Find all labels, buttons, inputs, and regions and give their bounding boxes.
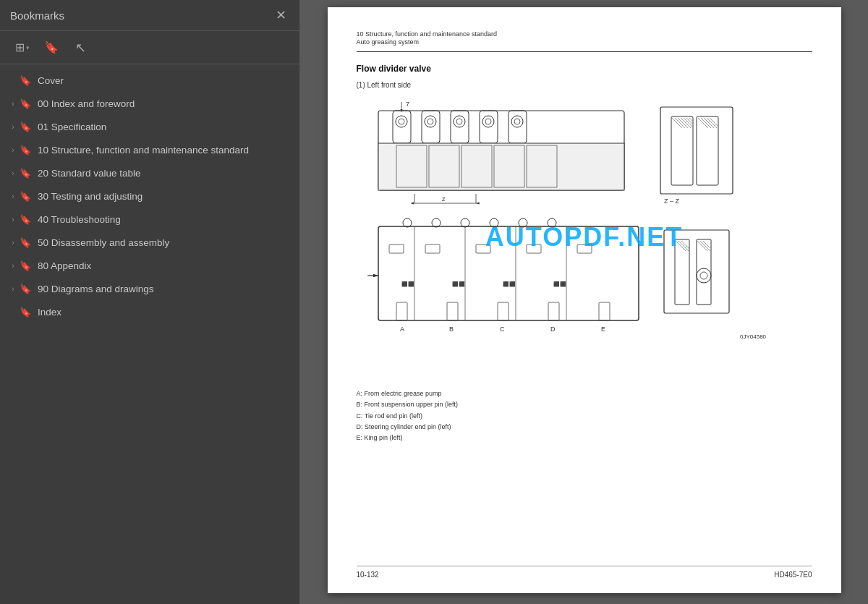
sub-title: (1) Left front side [357,81,812,89]
diagram-area: 7 z [357,96,812,378]
chevron-20: › [7,169,19,177]
chevron-30: › [7,192,19,200]
bookmark-item-20[interactable]: › 🔖 20 Standard value table [0,161,299,184]
svg-rect-59 [396,302,407,320]
diagram-label-7: 7 [406,101,409,108]
svg-line-36 [686,118,692,124]
svg-rect-30 [697,116,718,185]
label-d: D [550,326,556,333]
svg-rect-58 [577,244,592,253]
close-button[interactable]: ✕ [273,7,289,23]
svg-point-47 [490,218,498,227]
header-line1: 10 Structure, function and maintenance s… [357,30,812,38]
legend-line-a: A: From electric grease pump [357,388,812,399]
svg-line-32 [675,118,685,128]
svg-point-9 [427,119,433,124]
bookmark-label-80: 80 Appendix [38,260,91,271]
legend-line-c: C: Tie rod end pin (left) [357,411,812,422]
chevron-01: › [7,123,19,131]
sidebar-header: Bookmarks ✕ [0,0,299,31]
svg-rect-57 [527,244,541,253]
svg-line-38 [698,118,708,128]
bookmark-flag-icon-50: 🔖 [19,237,32,248]
svg-rect-54 [389,244,404,253]
svg-point-75 [700,272,707,279]
svg-rect-55 [425,244,440,253]
bookmark-item-01[interactable]: › 🔖 01 Specification [0,115,299,138]
svg-point-8 [425,116,436,127]
svg-line-37 [689,118,692,121]
svg-rect-56 [476,244,490,253]
svg-line-40 [704,118,714,128]
bookmark-label-40: 40 Troubleshooting [38,214,121,225]
chevron-50: › [7,239,19,247]
bookmark-item-10[interactable]: › 🔖 10 Structure, function and maintenan… [0,138,299,161]
bookmark-flag-icon-30: 🔖 [19,191,32,202]
svg-rect-62 [548,302,559,320]
bookmark-label-90: 90 Diagrams and drawings [38,284,154,294]
svg-line-73 [703,241,710,248]
bookmark-flag-icon-20: 🔖 [19,168,32,179]
bookmark-item-00[interactable]: › 🔖 00 Index and foreword [0,92,299,115]
bookmark-label-cover: Cover [38,75,64,86]
detail-anno4: ⬛⬛ [553,281,566,287]
diagram-code: 0JY04580 [740,333,767,340]
sidebar-toolbar: ⊞ ▾ 🔖 ↖ [0,31,299,64]
bookmark-label-20: 20 Standard value table [38,168,141,179]
bookmark-item-cover[interactable]: 🔖 Cover [0,69,299,92]
svg-line-72 [700,241,710,251]
technical-diagram-svg: 7 z [357,96,812,378]
label-c: C [500,326,505,333]
svg-rect-17 [378,143,624,190]
svg-point-45 [432,218,441,227]
bookmark-flag-icon-40: 🔖 [19,214,32,225]
svg-line-34 [681,118,691,128]
expand-all-button[interactable]: ⊞ ▾ [10,37,35,58]
bookmark-label-50: 50 Disassembly and assembly [38,237,169,248]
bookmark-label-00: 00 Index and foreword [38,98,135,109]
svg-point-49 [548,218,556,227]
svg-point-48 [519,218,527,227]
main-content: 10 Structure, function and maintenance s… [300,0,868,604]
chevron-90: › [7,285,19,293]
bookmark-item-90[interactable]: › 🔖 90 Diagrams and drawings [0,277,299,300]
page-number: 10-132 [357,571,379,579]
label-b: B [449,326,454,333]
bookmark-item-30[interactable]: › 🔖 30 Testing and adjusting [0,184,299,208]
svg-point-15 [514,119,520,124]
page-header: 10 Structure, function and maintenance s… [357,30,812,52]
bookmark-item-40[interactable]: › 🔖 40 Troubleshooting [0,208,299,231]
sidebar-title: Bookmarks [10,9,64,22]
svg-line-39 [701,118,711,128]
bookmark-icon: 🔖 [44,41,59,54]
bookmark-item-80[interactable]: › 🔖 80 Appendix [0,254,299,277]
svg-point-14 [511,116,523,127]
svg-point-10 [454,116,465,127]
svg-point-11 [456,119,462,124]
svg-rect-60 [447,302,458,320]
bookmark-view-button[interactable]: 🔖 [39,37,64,58]
bookmark-item-index[interactable]: 🔖 Index [0,300,299,323]
svg-line-31 [672,118,682,128]
svg-point-7 [399,119,404,124]
detail-anno2: ⬛⬛ [452,281,465,287]
svg-line-71 [697,241,707,251]
legend-line-e: E: King pin (left) [357,433,812,443]
svg-rect-61 [498,302,509,320]
svg-line-41 [707,118,717,128]
detail-anno3: ⬛⬛ [503,281,516,287]
bookmark-list: 🔖 Cover › 🔖 00 Index and foreword › 🔖 01… [0,64,299,604]
label-e: E [601,326,605,333]
svg-line-69 [678,241,689,251]
bookmark-flag-icon-80: 🔖 [19,260,32,271]
legend-section: A: From electric grease pump B: Front su… [357,388,812,443]
bookmark-flag-icon: 🔖 [19,75,32,86]
bookmark-label-30: 30 Testing and adjusting [38,191,142,202]
svg-line-33 [678,118,688,128]
legend-line-b: B: Front suspension upper pin (left) [357,399,812,410]
cursor-icon: ↖ [75,40,86,56]
page-footer: 10-132 HD465-7E0 [357,566,812,579]
chevron-40: › [7,216,19,224]
bookmark-item-50[interactable]: › 🔖 50 Disassembly and assembly [0,231,299,254]
svg-rect-66 [675,239,689,305]
